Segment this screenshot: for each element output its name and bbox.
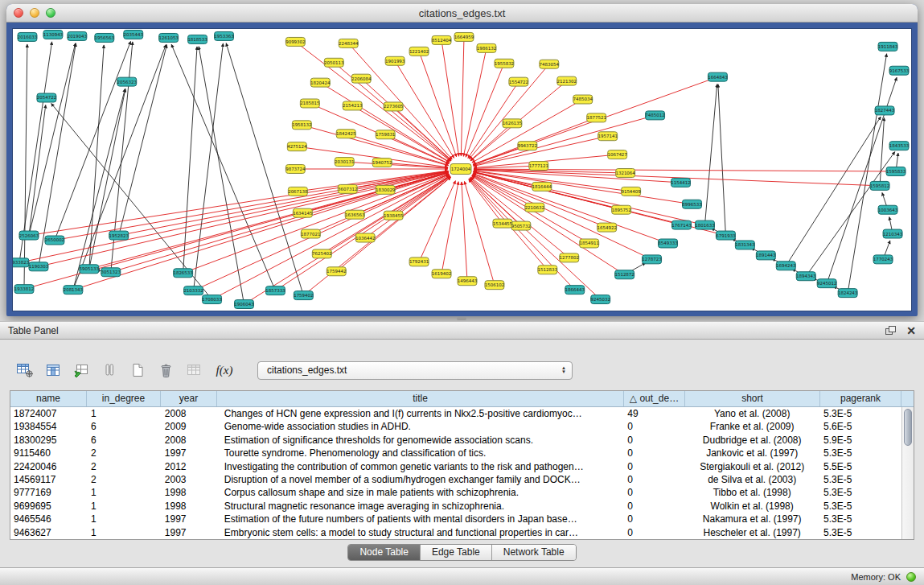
graph-node[interactable]: 1694243 <box>776 262 796 270</box>
graph-node[interactable]: 2154213 <box>343 101 363 110</box>
graph-node[interactable]: 9245012 <box>817 279 836 288</box>
table-row[interactable]: 969969511998Structural magnetic resonanc… <box>10 500 901 513</box>
graph-edge[interactable] <box>29 105 46 235</box>
graph-node[interactable]: 1958132 <box>292 121 311 130</box>
graph-node[interactable]: 5905133 <box>80 265 100 274</box>
graph-node[interactable]: 1933823 <box>13 258 30 267</box>
graph-node[interactable]: 1831343 <box>735 241 755 249</box>
graph-node[interactable]: 2273605 <box>384 102 403 111</box>
graph-edge[interactable] <box>199 47 244 304</box>
graph-node[interactable]: 1830029 <box>376 185 396 194</box>
graph-node[interactable]: 1759831 <box>376 130 395 139</box>
graph-node[interactable]: 1067427 <box>607 150 627 159</box>
graph-node[interactable]: 1221402 <box>409 47 429 56</box>
graph-node[interactable]: 1986132 <box>477 43 496 52</box>
float-panel-icon[interactable] <box>885 326 897 336</box>
table-row[interactable]: 946362711997Embryonic stem cells: a mode… <box>10 526 901 539</box>
graph-node[interactable]: 1901993 <box>385 56 405 65</box>
graph-edge[interactable] <box>212 175 450 299</box>
table-row[interactable]: 946554611997Estimation of the future num… <box>10 513 901 525</box>
table-row[interactable]: 2242004622012Investigating the contribut… <box>10 460 901 473</box>
graph-node[interactable]: 1938455 <box>384 211 403 220</box>
graph-node[interactable]: 1826533 <box>173 269 193 278</box>
graph-node[interactable]: 1619402 <box>432 270 451 278</box>
graph-edge[interactable] <box>474 172 705 225</box>
graph-node[interactable]: 1877021 <box>301 229 320 238</box>
graph-node[interactable]: 2019043 <box>68 31 88 40</box>
graph-edge[interactable] <box>194 43 224 290</box>
close-panel-icon[interactable]: ✕ <box>906 325 916 336</box>
graph-edge[interactable] <box>55 171 448 241</box>
graph-node[interactable]: 2081343 <box>64 286 84 295</box>
graph-node[interactable]: 3607312 <box>338 184 357 193</box>
graph-node[interactable]: 2650002 <box>45 236 64 245</box>
graph-node[interactable]: 9099302 <box>285 37 305 46</box>
graph-node[interactable]: 1130943 <box>43 30 64 39</box>
scrollbar-thumb[interactable] <box>904 409 912 446</box>
graph-node[interactable]: 2185815 <box>300 99 319 108</box>
graph-edge[interactable] <box>111 173 449 273</box>
graph-edge[interactable] <box>470 177 569 257</box>
graph-node[interactable]: 1894343 <box>796 272 816 281</box>
graph-node[interactable]: 2016033 <box>18 32 38 41</box>
graph-node[interactable]: 1261053 <box>158 33 179 42</box>
graph-edge[interactable] <box>441 182 458 274</box>
graph-edge[interactable] <box>119 171 449 235</box>
graph-node[interactable]: 1277802 <box>560 253 579 262</box>
graph-node[interactable]: 1595812 <box>870 181 889 190</box>
graph-node[interactable]: 1956563 <box>95 33 115 42</box>
graph-node[interactable]: 1036442 <box>355 233 375 242</box>
column-header[interactable]: short <box>685 391 820 406</box>
graph-node[interactable]: 1854911 <box>580 239 599 248</box>
graph-node[interactable]: 1895752 <box>611 205 630 214</box>
graph-node[interactable]: 1708033 <box>202 295 222 304</box>
table-edit-icon[interactable] <box>71 360 92 381</box>
graph-node[interactable]: 4275124 <box>287 142 307 151</box>
graph-node[interactable]: 1952823 <box>109 231 129 240</box>
tab-network-table[interactable]: Network Table <box>492 545 576 560</box>
minimize-window-button[interactable] <box>30 8 39 18</box>
graph-edge[interactable] <box>194 175 450 291</box>
graph-node[interactable]: 1843533 <box>889 142 910 150</box>
graph-edge[interactable] <box>298 171 448 192</box>
graph-node[interactable]: 2210632 <box>525 203 544 212</box>
graph-node[interactable]: 1496443 <box>458 277 478 286</box>
column-header[interactable]: name <box>10 391 87 406</box>
column-header[interactable]: in_degree <box>87 391 161 406</box>
graph-node[interactable]: 2030131 <box>335 158 354 167</box>
graph-node[interactable]: 1777121 <box>529 162 548 171</box>
window-titlebar[interactable]: citations_edges.txt <box>6 4 918 23</box>
rows-icon[interactable] <box>99 360 120 381</box>
graph-node[interactable]: 1957141 <box>598 132 617 141</box>
graph-node[interactable]: 9154409 <box>621 187 641 196</box>
graph-edge[interactable] <box>470 179 575 290</box>
graph-node[interactable]: 1818533 <box>187 35 207 43</box>
graph-edge[interactable] <box>24 44 27 289</box>
graph-node[interactable]: 1842425 <box>336 130 355 138</box>
table-gear-icon[interactable] <box>14 360 35 381</box>
graph-node[interactable]: 1278723 <box>642 255 662 264</box>
graph-node[interactable]: 2103332 <box>183 286 203 295</box>
graph-edge[interactable] <box>473 115 655 165</box>
table-row[interactable]: 1456911722003Disruption of a novel membe… <box>10 473 901 486</box>
new-document-icon[interactable] <box>127 360 148 381</box>
graph-node[interactable]: 1634145 <box>293 208 312 217</box>
graph-node[interactable]: 2206084 <box>351 74 372 83</box>
tab-node-table[interactable]: Node Table <box>348 545 421 560</box>
graph-node[interactable]: 1891443 <box>756 251 776 260</box>
graph-node[interactable]: 7483054 <box>540 60 560 68</box>
graph-edge[interactable] <box>466 64 504 158</box>
graph-node[interactable]: 1857333 <box>265 286 285 295</box>
graph-node[interactable]: 1940752 <box>372 159 392 167</box>
graph-node[interactable]: 1911843 <box>878 42 898 51</box>
graph-node[interactable]: 1595833 <box>886 167 906 176</box>
graph-node[interactable]: 3051323 <box>101 268 121 277</box>
splitter-handle[interactable] <box>457 317 466 320</box>
table-columns-icon[interactable] <box>43 360 64 381</box>
graph-node[interactable]: 2526063 <box>19 231 39 240</box>
graph-edge[interactable] <box>183 47 197 273</box>
table-source-select[interactable]: citations_edges.txt ▲ ▼ <box>257 361 573 380</box>
table-row[interactable]: 1872400712008Changes of HCN gene express… <box>10 407 901 420</box>
column-header[interactable]: △ out_de… <box>624 391 685 406</box>
graph-node[interactable]: 1321064 <box>615 169 635 178</box>
